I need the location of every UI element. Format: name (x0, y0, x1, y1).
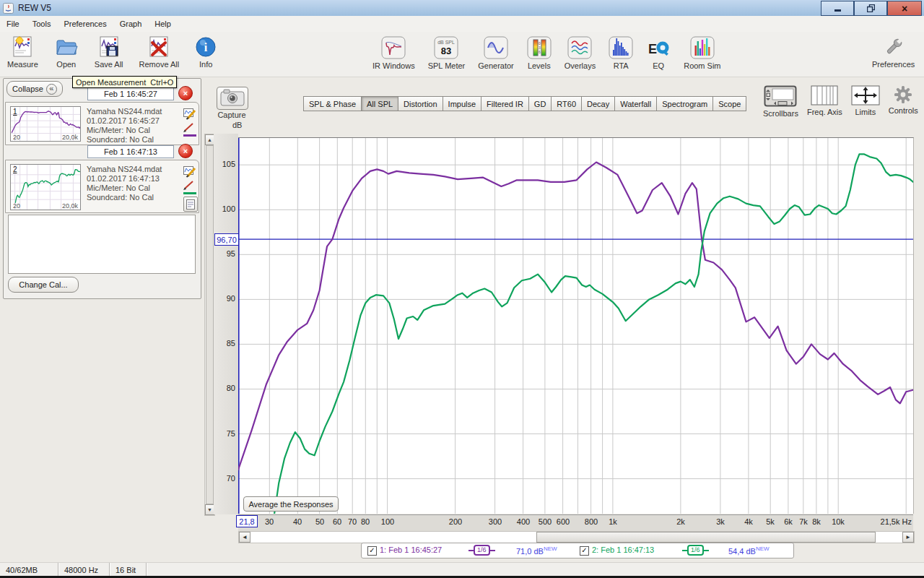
edit-measurement-icon[interactable] (183, 107, 196, 120)
measurement-thumbnail-1[interactable]: 1 20 20,0k (10, 106, 81, 142)
tab-gd[interactable]: GD (528, 96, 552, 111)
delete-measurement-button-1[interactable]: × (178, 86, 193, 100)
vscroll-thumb[interactable] (206, 145, 214, 504)
remove-all-icon (147, 36, 170, 59)
x-tick-label: 800 (585, 517, 598, 526)
hscroll-thumb[interactable] (536, 532, 876, 543)
minimize-button[interactable] (821, 1, 854, 16)
x-tick-label: 5k (766, 517, 775, 526)
tab-spectrogram[interactable]: Spectrogram (656, 96, 713, 111)
tab-impulse[interactable]: Impulse (443, 96, 482, 111)
tab-scope[interactable]: Scope (712, 96, 746, 111)
menu-help[interactable]: Help (148, 17, 178, 30)
restore-button[interactable] (854, 1, 887, 16)
trace-settings-icon[interactable] (183, 181, 196, 194)
limits-button[interactable]: Limits (851, 85, 880, 118)
graph-tabs: SPL & PhaseAll SPLDistortionImpulseFilte… (304, 96, 746, 111)
toolbar-button-rta[interactable]: RTA (606, 35, 636, 72)
controls-icon (894, 85, 912, 105)
capture-button[interactable] (217, 87, 248, 110)
tab-decay[interactable]: Decay (581, 96, 615, 111)
scroll-left-icon[interactable]: ◄ (239, 532, 250, 543)
menu-preferences[interactable]: Preferences (57, 17, 113, 30)
x-tick-label: 60 (333, 517, 341, 526)
toolbar-button-spl-meter[interactable]: dB SPL83SPL Meter (425, 35, 468, 72)
scroll-right-icon[interactable]: ► (902, 532, 914, 543)
freq-axis-button[interactable]: Freq. Axis (807, 85, 842, 118)
measurement-mic-cal: Mic/Meter: No Cal (87, 184, 180, 192)
overlays-icon (567, 36, 592, 61)
close-button[interactable]: × (887, 1, 922, 16)
notes-textarea[interactable] (8, 215, 196, 274)
y-tick-label: 85 (227, 339, 235, 348)
spl-plot[interactable] (238, 137, 914, 514)
measurement-number: 2 (13, 165, 17, 173)
toolbar-button-remove-all[interactable]: Remove All (136, 35, 183, 70)
window-title: REW V5 (18, 3, 51, 13)
average-responses-button[interactable]: Average the Responses (243, 496, 339, 512)
change-cal-button[interactable]: Change Cal... (8, 277, 79, 293)
trace-1-smoothing[interactable]: 1/6 (468, 545, 495, 556)
toolbar-button-room-sim[interactable]: Room Sim (681, 35, 723, 72)
toolbar-button-ir-windows[interactable]: IR Windows (370, 35, 418, 72)
horizontal-scrollbar[interactable]: ◄ ► (238, 531, 915, 543)
toolbar-button-eq[interactable]: EEQ (643, 35, 674, 72)
levels-icon: 036 (527, 36, 552, 61)
toolbar-button-info[interactable]: iInfo (192, 35, 219, 70)
tab-filtered-ir[interactable]: Filtered IR (481, 96, 529, 111)
toolbar-button-levels[interactable]: 036Levels (524, 35, 554, 72)
x-tick-label: 1k (609, 517, 617, 526)
delete-measurement-button-2[interactable]: × (178, 144, 193, 158)
x-tick-label: 80 (361, 517, 370, 526)
notes-icon[interactable] (183, 197, 198, 212)
measurement-soundcard-cal: Soundcard: No Cal (87, 193, 180, 202)
measurement-name-field-1[interactable] (87, 87, 174, 100)
cursor-db-readout: 96,70 (214, 233, 239, 246)
collapse-button[interactable]: Collapse « (6, 81, 63, 97)
preferences-icon (883, 36, 905, 59)
menu-graph[interactable]: Graph (113, 17, 149, 30)
x-tick-label: 50 (315, 517, 324, 526)
tab-spl-phase[interactable]: SPL & Phase (303, 96, 362, 111)
toolbar-button-open[interactable]: Open (51, 35, 82, 70)
scrollbars-button[interactable]: Scrollbars (763, 85, 798, 118)
x-tick-label: 30 (265, 517, 274, 526)
trace-settings-icon[interactable] (183, 123, 196, 136)
toolbar-button-generator[interactable]: Generator (475, 35, 517, 72)
trace-legend: ✓ 1: Feb 1 16:45:27 1/6 71,0 dBNEW ✓ 2: … (361, 543, 794, 558)
toolbar-button-preferences[interactable]: Preferences (869, 35, 918, 70)
x-tick-label: 6k (784, 517, 793, 526)
x-tick-label: 600 (557, 517, 570, 526)
controls-button[interactable]: Controls (889, 85, 918, 118)
edit-measurement-icon[interactable] (183, 165, 196, 178)
toolbar-button-save-all[interactable]: Save All (92, 35, 126, 70)
menu-tools[interactable]: Tools (26, 17, 58, 30)
menu-file[interactable]: File (0, 17, 26, 30)
x-tick-label: 10k (832, 517, 845, 526)
save-all-icon (97, 36, 121, 59)
tab-rt60[interactable]: RT60 (551, 96, 582, 111)
toolbar-button-overlays[interactable]: Overlays (562, 35, 598, 72)
trace-2-checkbox[interactable]: ✓ (580, 546, 589, 556)
x-tick-label: 7k (799, 517, 808, 526)
title-bar[interactable]: REW V5 × (0, 0, 924, 17)
x-tick-label: 21,5k Hz (881, 517, 912, 526)
tab-waterfall[interactable]: Waterfall (614, 96, 657, 111)
trace-color-bar (183, 192, 196, 194)
y-tick-label: 95 (227, 249, 235, 258)
tab-all-spl[interactable]: All SPL (361, 96, 398, 111)
measurement-name-field-2[interactable] (87, 145, 174, 158)
x-tick-label: 40 (293, 517, 302, 526)
measurement-datetime: 01.02.2017 16:45:27 (87, 116, 180, 125)
x-tick-label: 70 (348, 517, 357, 526)
trace-1-checkbox[interactable]: ✓ (367, 546, 377, 556)
measurement-card-1[interactable]: 1 20 20,0k Yamaha NS244.mdat 01.02.2017 … (5, 102, 199, 145)
trace-2-smoothing[interactable]: 1/6 (682, 545, 709, 556)
tooltip: Open Measurement Ctrl+O (72, 76, 177, 88)
tab-distortion[interactable]: Distortion (398, 96, 443, 111)
measurement-thumbnail-2[interactable]: 2 20 20,0k (10, 164, 81, 210)
memory-status: 40/62MB (0, 563, 58, 577)
measurement-card-2[interactable]: 2 20 20,0k Yamaha NS244.mdat 01.02.2017 … (5, 160, 199, 213)
toolbar-button-measure[interactable]: Measure (4, 35, 41, 70)
info-icon: i (195, 36, 217, 59)
